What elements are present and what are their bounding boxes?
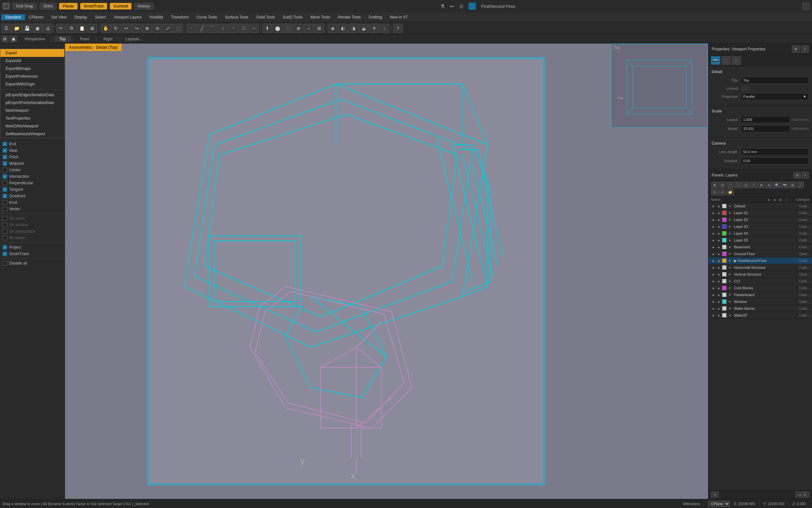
layer-lock-icon[interactable]: ◈ — [717, 231, 721, 236]
snap-project-check[interactable] — [3, 245, 7, 250]
dropdown-ptexportedges[interactable]: ptExportEdgesSerializeData — [0, 91, 64, 99]
layer-print-icon[interactable]: ● — [727, 293, 732, 297]
props-tab-rect[interactable]: □ — [732, 56, 741, 65]
render-btn[interactable]: ◐ — [338, 24, 348, 33]
delete-btn[interactable]: ⊠ — [87, 24, 97, 33]
layer-visible-icon[interactable]: ● — [711, 286, 716, 290]
layer-visible-icon[interactable]: ● — [711, 238, 716, 243]
layer-print-icon[interactable]: ● — [727, 224, 732, 229]
layers-tool-15[interactable]: 📁 — [727, 189, 734, 195]
menu-setview[interactable]: Set View — [47, 14, 70, 20]
layer-color-swatch[interactable] — [722, 238, 727, 243]
layer-print-icon[interactable]: ● — [727, 252, 732, 256]
layer-row[interactable]: ●◈●Ground FloorConti... — [708, 251, 812, 257]
snap-center[interactable]: Center — [0, 167, 65, 173]
pan-btn[interactable]: ✋ — [101, 24, 110, 33]
light-btn[interactable]: ◑ — [348, 24, 358, 33]
env-btn[interactable]: ◒ — [359, 24, 369, 33]
dropdown-setmaximizedviewport[interactable]: SetMaximizedViewport — [0, 130, 64, 138]
rotation-value[interactable]: 0.00 — [741, 157, 809, 164]
layers-tool-7[interactable]: ⊕ — [758, 182, 765, 188]
layers-tool-2[interactable]: ⊟ — [719, 182, 726, 188]
layer-color-swatch[interactable] — [722, 211, 727, 215]
menu-curve-tools[interactable]: Curve Tools — [193, 14, 221, 20]
dropdown-exportpreferences[interactable]: ExportPreferences — [0, 73, 64, 80]
layer-row[interactable]: ●◈●BasementConti... — [708, 244, 812, 251]
layer-lock-icon[interactable]: ◈ — [717, 245, 721, 249]
layer-visible-icon[interactable]: ● — [711, 279, 716, 284]
layer-visible-icon[interactable]: ● — [711, 258, 716, 263]
grid-snap-button[interactable]: Grid Snap — [12, 3, 37, 9]
zoom-extent-btn[interactable]: ⤢ — [163, 24, 173, 33]
layer-row[interactable]: ●◈●Layer 03Conti... — [708, 223, 812, 230]
point-btn[interactable]: · — [187, 24, 196, 33]
dropdown-textproperties[interactable]: TextProperties — [0, 115, 64, 122]
filter-icon[interactable]: ⚗ — [440, 3, 445, 9]
layers-tool-1[interactable]: ⊞ — [711, 182, 718, 188]
ortho-button[interactable]: Ortho — [40, 3, 56, 9]
menu-new-v7[interactable]: New in V7 — [386, 14, 412, 20]
layer-color-swatch[interactable] — [722, 279, 727, 284]
history-button[interactable]: History — [134, 3, 153, 9]
props-settings-icon[interactable]: ⚙ — [792, 45, 800, 53]
dropdown-exportall[interactable]: ExportAll — [0, 57, 64, 65]
new-btn[interactable]: ☰ — [1, 24, 11, 33]
tab-perspective[interactable]: Perspective — [19, 36, 51, 42]
props-close-icon[interactable]: × — [801, 45, 809, 53]
layer-visible-icon[interactable]: ● — [711, 313, 716, 318]
planar-button[interactable]: Planar — [59, 3, 78, 9]
layers-tool-12[interactable]: ╱ — [797, 182, 804, 188]
snap-onmesh-check[interactable] — [3, 236, 7, 240]
layer-visible-icon[interactable]: ● — [711, 272, 716, 277]
dropdown-ptexportpoints[interactable]: ptExportPointsSerializeData — [0, 99, 64, 107]
layer-print-icon[interactable]: ● — [727, 238, 732, 243]
redo-btn[interactable]: ↪ — [132, 24, 142, 33]
layer-lock-icon[interactable]: ◈ — [717, 238, 721, 243]
layer-lock-icon[interactable]: ◈ — [717, 272, 721, 277]
extrude-btn[interactable]: ⬆ — [262, 24, 272, 33]
layer-visible-icon[interactable]: ● — [711, 299, 716, 304]
open-btn[interactable]: 📁 — [12, 24, 21, 33]
layer-visible-icon[interactable]: ● — [711, 204, 716, 208]
snap-disableall-check[interactable] — [3, 261, 7, 265]
dropdown-export[interactable]: Export — [0, 49, 64, 57]
snap-end[interactable]: End — [0, 141, 65, 147]
layers-filter-dropdown[interactable]: — ▼ — [796, 492, 809, 498]
layers-settings-icon[interactable]: ⚙ — [794, 172, 801, 178]
snap-smarttrack-check[interactable] — [3, 252, 7, 256]
tab-layouts[interactable]: Layouts... — [122, 36, 146, 42]
layer-lock-icon[interactable]: ◈ — [717, 224, 721, 229]
layer-print-icon[interactable]: ● — [727, 231, 732, 236]
snap-vertex[interactable]: Vertex — [0, 206, 65, 212]
layer-lock-icon[interactable]: ◈ — [717, 265, 721, 270]
undo-btn[interactable]: ↩ — [122, 24, 131, 33]
circle-btn[interactable]: ○ — [218, 24, 228, 33]
lens-value[interactable]: 50.0 mm — [741, 148, 809, 155]
menu-select[interactable]: Select — [91, 14, 110, 20]
layer-row[interactable]: ●◈●WindowConti... — [708, 298, 812, 305]
layer-row[interactable]: ●◈●CLTConti... — [708, 278, 812, 285]
boolean-btn[interactable]: ⊕ — [294, 24, 303, 33]
layer-row[interactable]: ●◈●Make2DConti... — [708, 312, 812, 319]
print-btn[interactable]: 🖨 — [43, 24, 53, 33]
layer-print-icon[interactable]: ● — [727, 217, 732, 222]
layer-color-swatch[interactable] — [722, 217, 727, 222]
layers-tool-11[interactable]: ⊞ — [789, 182, 796, 188]
layer-row[interactable]: ●◈●Cork BlocksConti... — [708, 285, 812, 292]
snap-project[interactable]: Project — [0, 244, 65, 251]
snap-knot-check[interactable] — [3, 200, 7, 205]
layer-color-swatch[interactable] — [722, 224, 727, 229]
snap-vertex-check[interactable] — [3, 207, 7, 211]
layer-row[interactable]: ●◈●Layer 04Conti... — [708, 230, 812, 237]
menu-render-tools[interactable]: Render Tools — [334, 14, 365, 20]
snap-point[interactable]: Point — [0, 154, 65, 160]
snap-disableall[interactable]: Disable all — [0, 260, 65, 266]
layer-lock-icon[interactable]: ◈ — [717, 313, 721, 318]
layer-print-icon[interactable]: ● — [727, 245, 732, 249]
dropdown-exportbitmaps[interactable]: ExportBitmaps — [0, 65, 64, 73]
tab-top[interactable]: Top — [54, 36, 71, 42]
dim-btn[interactable]: ↔ — [249, 24, 259, 33]
layers-tool-8[interactable]: ⊖ — [766, 182, 773, 188]
layer-color-swatch[interactable] — [722, 306, 727, 311]
sphere-btn[interactable]: ⬤ — [273, 24, 283, 33]
